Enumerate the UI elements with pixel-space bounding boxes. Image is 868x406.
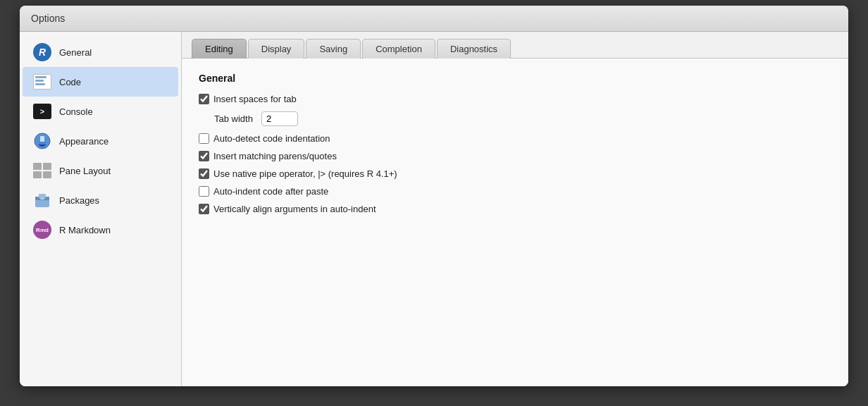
sidebar-label-packages: Packages	[59, 195, 99, 206]
auto-indent-paste-text: Auto-indent code after paste	[213, 186, 328, 197]
sidebar-item-console[interactable]: > Console	[23, 97, 178, 126]
tabs-bar: Editing Display Saving Completion Diagno…	[182, 32, 848, 59]
sidebar-item-packages[interactable]: Packages	[23, 185, 178, 215]
sidebar-item-general[interactable]: R General	[23, 37, 178, 67]
sidebar-label-console: Console	[59, 106, 93, 117]
native-pipe-checkbox[interactable]	[199, 168, 209, 179]
option-row-native-pipe: Use native pipe operator, |> (requires R…	[199, 168, 831, 179]
svg-rect-7	[40, 198, 44, 199]
tab-diagnostics[interactable]: Diagnostics	[437, 39, 511, 59]
vertically-align-checkbox[interactable]	[199, 204, 209, 214]
svg-rect-3	[39, 142, 46, 144]
sidebar-label-code: Code	[59, 77, 81, 87]
auto-indent-paste-label[interactable]: Auto-indent code after paste	[199, 186, 328, 197]
native-pipe-label[interactable]: Use native pipe operator, |> (requires R…	[199, 168, 397, 179]
option-row-tab-width: Tab width	[214, 111, 831, 126]
tab-editing[interactable]: Editing	[192, 39, 247, 59]
insert-spaces-text: Insert spaces for tab	[213, 94, 297, 104]
content-area: General Insert spaces for tab Tab width	[182, 59, 848, 386]
option-row-vertically-align: Vertically align arguments in auto-inden…	[199, 204, 831, 214]
pane-layout-icon	[32, 161, 52, 180]
dialog-body: R General Code > Console	[20, 32, 848, 386]
tab-width-label: Tab width	[214, 113, 253, 124]
sidebar-label-pane-layout: Pane Layout	[59, 166, 111, 176]
options-dialog: Options R General Code	[20, 6, 848, 386]
insert-matching-checkbox[interactable]	[199, 151, 209, 161]
insert-matching-label[interactable]: Insert matching parens/quotes	[199, 151, 337, 161]
tab-saving[interactable]: Saving	[306, 39, 361, 59]
insert-spaces-checkbox[interactable]	[199, 94, 209, 104]
code-icon	[32, 72, 52, 92]
sidebar-item-appearance[interactable]: Appearance	[23, 126, 178, 156]
insert-matching-text: Insert matching parens/quotes	[213, 151, 337, 161]
native-pipe-text: Use native pipe operator, |> (requires R…	[213, 168, 397, 179]
option-row-insert-matching: Insert matching parens/quotes	[199, 151, 831, 161]
appearance-icon	[32, 131, 52, 151]
auto-detect-checkbox[interactable]	[199, 133, 209, 144]
sidebar-label-appearance: Appearance	[59, 136, 108, 147]
section-title: General	[199, 73, 831, 84]
sidebar-item-code[interactable]: Code	[23, 67, 178, 97]
sidebar-item-pane-layout[interactable]: Pane Layout	[23, 156, 178, 185]
tab-display[interactable]: Display	[248, 39, 305, 59]
dialog-title: Options	[31, 13, 65, 24]
auto-detect-text: Auto-detect code indentation	[213, 133, 330, 144]
auto-indent-paste-checkbox[interactable]	[199, 186, 209, 197]
tab-width-input[interactable]	[261, 111, 298, 126]
r-icon: R	[32, 42, 52, 62]
sidebar-item-r-markdown[interactable]: Rmd R Markdown	[23, 215, 178, 245]
vertically-align-text: Vertically align arguments in auto-inden…	[213, 204, 376, 214]
packages-icon	[32, 190, 52, 210]
sidebar: R General Code > Console	[20, 32, 182, 386]
main-content: Editing Display Saving Completion Diagno…	[182, 32, 848, 386]
console-icon: >	[32, 102, 52, 121]
sidebar-label-r-markdown: R Markdown	[59, 225, 111, 235]
dialog-titlebar: Options	[20, 6, 848, 32]
option-row-insert-spaces: Insert spaces for tab	[199, 94, 831, 104]
rmd-icon: Rmd	[32, 220, 52, 240]
option-row-auto-indent-paste: Auto-indent code after paste	[199, 186, 831, 197]
vertically-align-label[interactable]: Vertically align arguments in auto-inden…	[199, 204, 376, 214]
tab-completion[interactable]: Completion	[362, 39, 435, 59]
auto-detect-label[interactable]: Auto-detect code indentation	[199, 133, 330, 144]
insert-spaces-label[interactable]: Insert spaces for tab	[199, 94, 297, 104]
sidebar-label-general: General	[59, 47, 92, 58]
option-row-auto-detect: Auto-detect code indentation	[199, 133, 831, 144]
svg-rect-6	[39, 194, 46, 198]
